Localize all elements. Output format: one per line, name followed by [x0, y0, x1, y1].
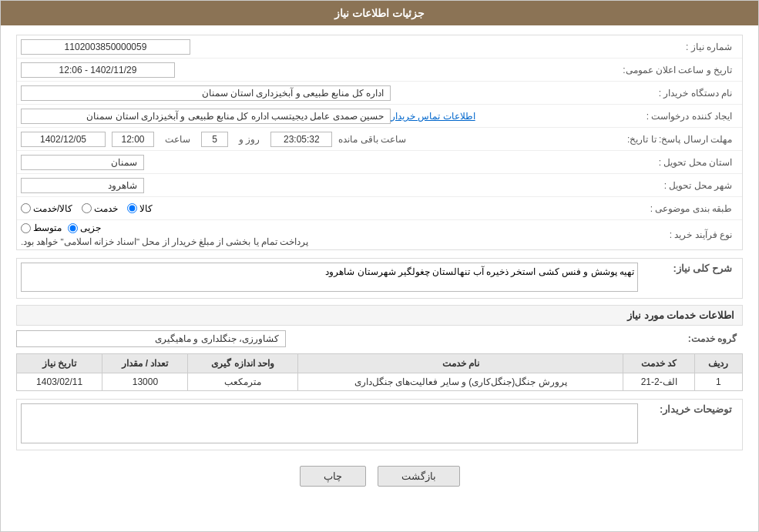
page-header: جزئیات اطلاعات نیاز — [1, 1, 758, 25]
shomare-niaz-row: شماره نیاز : 1102003850000059 — [17, 35, 742, 59]
nam-dastgah-label: نام دستگاه خریدار : — [638, 88, 738, 99]
col-unit: واحد اندازه گیری — [188, 354, 297, 373]
radio-motevasset-item[interactable]: متوسط — [21, 223, 62, 233]
service-table: ردیف کد خدمت نام خدمت واحد اندازه گیری ت… — [16, 353, 743, 391]
ijad-konande-label: ایجاد کننده درخواست : — [638, 111, 738, 122]
shomare-niaz-label: شماره نیاز : — [638, 42, 738, 52]
shomare-niaz-value: 1102003850000059 — [21, 39, 190, 55]
service-table-section: ردیف کد خدمت نام خدمت واحد اندازه گیری ت… — [16, 353, 743, 391]
date-value: 1402/12/05 — [21, 132, 106, 147]
group-label: گروه خدمت: — [643, 333, 743, 344]
ostan-label: استان محل تحویل : — [638, 157, 738, 168]
page-wrapper: جزئیات اطلاعات نیاز شماره نیاز : 1102003… — [0, 0, 759, 532]
cell-name: پرورش جنگل(جنگل‌کاری) و سایر فعالیت‌های … — [297, 373, 623, 391]
print-button[interactable]: چاپ — [300, 466, 366, 487]
cell-unit: مترمکعب — [188, 373, 297, 391]
ostan-value: سمنان — [21, 155, 144, 170]
radio-khedmat-label: خدمت — [94, 203, 118, 214]
tarikh-elan-row: تاریخ و ساعت اعلان عمومی: 1402/11/29 - 1… — [17, 59, 742, 82]
cell-quantity: 13000 — [102, 373, 188, 391]
ijad-konande-value-cell: اطلاعات تماس خریدار حسین صمدی عامل دیجیت… — [21, 109, 638, 124]
col-name: نام خدمت — [297, 354, 623, 373]
radio-jozvi-label: جزیی — [80, 223, 101, 233]
group-value-cell: کشاورزی، جنگلداری و ماهیگیری — [16, 330, 643, 347]
radio-motevasset[interactable] — [21, 223, 31, 233]
radio-kala-item[interactable]: کالا — [127, 203, 153, 214]
radio-jozvi-item[interactable]: جزیی — [68, 223, 101, 233]
noe-farayand-label: نوع فرآیند خرید : — [638, 229, 738, 240]
radio-motevasset-label: متوسط — [33, 223, 62, 233]
cell-date: 1403/02/11 — [17, 373, 102, 391]
tarikh-elan-label: تاریخ و ساعت اعلان عمومی: — [623, 65, 738, 75]
tabaqebandi-row: طبقه بندی موضوعی : کالا/خدمت خدمت کالا — [17, 197, 742, 220]
baghimande-value: 23:05:32 — [270, 132, 332, 147]
cell-kod: الف-2-21 — [623, 373, 694, 391]
table-row: 1الف-2-21پرورش جنگل(جنگل‌کاری) و سایر فع… — [17, 373, 743, 391]
nam-dastgah-value: اداره کل منابع طبیعی و آبخیزداری استان س… — [21, 85, 391, 101]
shahr-value: شاهرود — [21, 178, 144, 193]
tarikh-elan-value: 1402/11/29 - 12:06 — [21, 62, 175, 78]
mohlat-label: مهلت ارسال پاسخ: تا تاریخ: — [627, 134, 738, 145]
noe-farayand-value-cell: متوسط جزیی پرداخت تمام یا بخشی از مبلغ خ… — [21, 223, 638, 247]
ostan-value-cell: سمنان — [21, 155, 638, 170]
shomare-niaz-value-cell: 1102003850000059 — [21, 39, 638, 55]
col-kod: کد خدمت — [623, 354, 694, 373]
shahr-row: شهر محل تحویل : شاهرود — [17, 174, 742, 197]
ostan-row: استان محل تحویل : سمنان — [17, 151, 742, 174]
ettelaat-link[interactable]: اطلاعات تماس خریدار — [391, 111, 475, 122]
shahr-label: شهر محل تحویل : — [638, 180, 738, 191]
radio-khedmat-item[interactable]: خدمت — [82, 203, 118, 214]
group-value: کشاورزی، جنگلداری و ماهیگیری — [16, 330, 286, 347]
tabaqebandi-value-cell: کالا/خدمت خدمت کالا — [21, 203, 638, 214]
tozihat-textarea[interactable] — [21, 403, 638, 443]
tabaqebandi-radio-group: کالا/خدمت خدمت کالا — [21, 203, 153, 214]
radio-kala-khedmat[interactable] — [21, 203, 31, 213]
tozihat-label: توضیحات خریدار: — [638, 403, 738, 415]
ijad-konande-value: حسین صمدی عامل دیجیتسب اداره کل منابع طب… — [21, 109, 391, 124]
col-quantity: تعداد / مقدار — [102, 354, 188, 373]
saat-label: ساعت — [165, 134, 190, 145]
rooz-value: 5 — [201, 132, 228, 147]
table-header-row: ردیف کد خدمت نام خدمت واحد اندازه گیری ت… — [17, 354, 743, 373]
mohlat-row: مهلت ارسال پاسخ: تا تاریخ: ساعت باقی مان… — [17, 128, 742, 151]
tarikh-elan-value-cell: 1402/11/29 - 12:06 — [21, 62, 623, 78]
radio-khedmat[interactable] — [82, 203, 92, 213]
sharh-textarea[interactable] — [21, 263, 638, 292]
content-area: شماره نیاز : 1102003850000059 تاریخ و سا… — [1, 25, 758, 502]
sharh-section: شرح کلی نیاز: — [16, 258, 743, 299]
tozihat-value-cell — [21, 403, 638, 446]
saat-value: 12:00 — [112, 132, 154, 147]
radio-kala[interactable] — [127, 203, 137, 213]
tabaqebandi-label: طبقه بندی موضوعی : — [638, 203, 738, 214]
tozihat-section: توضیحات خریدار: — [16, 399, 743, 450]
sharh-value-cell — [21, 263, 638, 294]
cell-radif: 1 — [694, 373, 742, 391]
nam-dastgah-value-cell: اداره کل منابع طبیعی و آبخیزداری استان س… — [21, 85, 638, 101]
sharh-label: شرح کلی نیاز: — [638, 263, 738, 274]
purchase-notice: پرداخت تمام یا بخشی از مبلغ خریدار از مح… — [21, 236, 312, 247]
button-row: بازگشت چاپ — [16, 457, 743, 493]
group-khedmat-row: گروه خدمت: کشاورزی، جنگلداری و ماهیگیری — [16, 330, 743, 347]
main-form-section: شماره نیاز : 1102003850000059 تاریخ و سا… — [16, 35, 743, 250]
nam-dastgah-row: نام دستگاه خریدار : اداره کل منابع طبیعی… — [17, 82, 742, 105]
shahr-value-cell: شاهرود — [21, 178, 638, 193]
purchase-notice-text: پرداخت تمام یا بخشی از مبلغ خریدار از مح… — [21, 237, 308, 246]
radio-kala-khedmat-item[interactable]: کالا/خدمت — [21, 203, 72, 214]
header-title: جزئیات اطلاعات نیاز — [334, 7, 425, 19]
back-button[interactable]: بازگشت — [378, 466, 460, 487]
purchase-type-radio: متوسط جزیی — [21, 223, 101, 233]
radio-jozvi[interactable] — [68, 223, 78, 233]
mohlat-value-cell: ساعت باقی مانده 23:05:32 روز و 5 ساعت 12… — [21, 132, 627, 147]
khedamat-section-title: اطلاعات خدمات مورد نیاز — [16, 305, 743, 326]
noe-farayand-row: نوع فرآیند خرید : متوسط جزیی پرداخت — [17, 220, 742, 249]
radio-kala-label: کالا — [139, 203, 153, 214]
col-radif: ردیف — [694, 354, 742, 373]
ijad-konande-row: ایجاد کننده درخواست : اطلاعات تماس خریدا… — [17, 105, 742, 128]
rooz-label: روز و — [239, 134, 260, 145]
radio-kala-khedmat-label: کالا/خدمت — [33, 203, 72, 214]
baghimande-label: ساعت باقی مانده — [338, 134, 406, 145]
col-date: تاریخ نیاز — [17, 354, 102, 373]
